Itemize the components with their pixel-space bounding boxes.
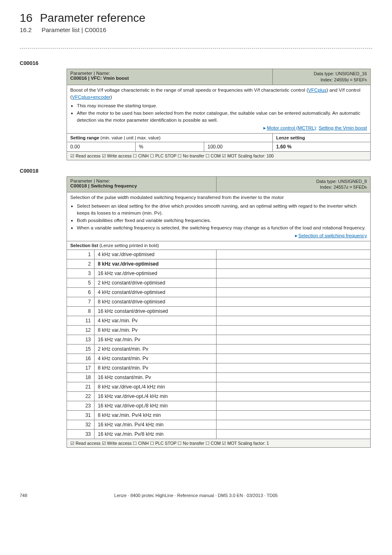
link-vfcplus-encoder[interactable]: VFCplus+encoder	[72, 94, 111, 99]
selection-index: 23	[67, 401, 95, 411]
section-header: 16.2Parameter list | C00016	[20, 26, 372, 33]
selection-label: 8 kHz constant/drive-optimised	[95, 297, 217, 307]
selection-spacer	[217, 354, 371, 363]
bullet-2: After the motor to be used has been sele…	[77, 110, 367, 124]
selection-list-rest: (Lenze setting printed in bold)	[99, 243, 159, 248]
selection-spacer	[217, 297, 371, 307]
selection-label: 16 kHz var./min. Pv	[95, 335, 217, 345]
section-number: 16.2	[20, 26, 32, 33]
selection-row: 152 kHz constant/min. Pv	[67, 345, 371, 354]
selection-label: 8 kHz var./min. Pv/4 kHz min	[95, 411, 217, 420]
footer-text: Lenze · 8400 protec HighLine · Reference…	[20, 493, 372, 498]
selection-label: 16 kHz var./drive-opt./8 kHz min	[95, 401, 217, 411]
selection-row: 318 kHz var./min. Pv/4 kHz min	[67, 411, 371, 420]
selection-label: 8 kHz var./min. Pv	[95, 326, 217, 335]
param-name-cell: Parameter | Name: C00018 | Switching fre…	[67, 176, 217, 192]
selection-row: 3316 kHz var./min. Pv/8 kHz min	[67, 430, 371, 439]
lenze-setting-header: Lenze setting	[273, 133, 371, 142]
desc-end: )	[111, 94, 112, 99]
sub-h: h	[365, 78, 367, 82]
selection-row: 2316 kHz var./drive-opt./8 kHz min	[67, 401, 371, 411]
param-name: C00018 | Switching frequency	[70, 183, 137, 188]
selection-list-header: Selection list (Lenze setting printed in…	[67, 241, 371, 250]
selection-spacer	[217, 392, 371, 401]
selection-index: 33	[67, 430, 95, 439]
selection-spacer	[217, 420, 371, 430]
selection-row: 114 kHz var./min. Pv	[67, 316, 371, 326]
selection-row: 816 kHz constant/drive-optimised	[67, 307, 371, 316]
triangle-icon: ▸	[263, 125, 266, 130]
param-name-label: Parameter | Name:	[70, 71, 110, 76]
sub-h: h	[365, 185, 367, 190]
dtype-line1: Data type: UNSIGNED_16	[314, 71, 367, 76]
selection-row: 128 kHz var./min. Pv	[67, 326, 371, 335]
selection-index: 15	[67, 345, 95, 354]
selection-index: 17	[67, 363, 95, 373]
selection-label: 8 kHz constant/min. Pv	[95, 363, 217, 373]
bullet-1: This may increase the starting torque.	[77, 102, 367, 109]
param-name-cell: Parameter | Name: C00016 | VFC: Vmin boo…	[67, 69, 273, 85]
divider	[20, 48, 372, 49]
selection-row: 3216 kHz var./min. Pv/4 kHz min	[67, 420, 371, 430]
selection-label: 16 kHz var./drive-opt./4 kHz min	[95, 392, 217, 401]
selection-spacer	[217, 269, 371, 278]
param-description: Selection of the pulse width modulated s…	[67, 192, 371, 241]
selection-label: 16 kHz var./drive-optimised	[95, 269, 217, 278]
right-link-row: ▸Motor control (MCTRL): Setting the Vmin…	[70, 125, 367, 132]
selection-spacer	[217, 411, 371, 420]
selection-label: 4 kHz constant/min. Pv	[95, 354, 217, 363]
selection-index: 32	[67, 420, 95, 430]
selection-list-bold: Selection list	[70, 243, 99, 248]
selection-index: 5	[67, 278, 95, 288]
selection-index: 1	[67, 250, 95, 259]
link-vmin-boost[interactable]: Setting the Vmin boost	[318, 125, 367, 130]
page-number: 748	[20, 493, 27, 498]
dtype-line2a: Index: 24559	[321, 77, 347, 82]
bullet-2: Both possibilities offer fixed and varia…	[77, 217, 367, 224]
selection-row: 164 kHz constant/min. Pv	[67, 354, 371, 363]
selection-spacer	[217, 382, 371, 392]
selection-row: 64 kHz constant/drive-optimised	[67, 288, 371, 297]
section-title: Parameter list | C00016	[42, 26, 106, 33]
selection-label: 16 kHz var./min. Pv/8 kHz min	[95, 430, 217, 439]
selection-label: 16 kHz var./min. Pv/4 kHz min	[95, 420, 217, 430]
selection-spacer	[217, 259, 371, 269]
page-footer: 748 Lenze · 8400 protec HighLine · Refer…	[20, 493, 372, 498]
selection-spacer	[217, 335, 371, 345]
selection-spacer	[217, 278, 371, 288]
bullet-1: Select between an ideal setting for the …	[77, 203, 367, 217]
chapter-number: 16	[20, 12, 32, 24]
selection-row: 316 kHz var./drive-optimised	[67, 269, 371, 278]
param-table-c00016: Parameter | Name: C00016 | VFC: Vmin boo…	[67, 69, 371, 160]
selection-label: 2 kHz constant/min. Pv	[95, 345, 217, 354]
selection-index: 22	[67, 392, 95, 401]
chapter-header: 16Parameter reference	[20, 12, 372, 25]
param-code-c00016: C00016	[20, 60, 372, 66]
selection-index: 7	[67, 297, 95, 307]
selection-spacer	[217, 430, 371, 439]
selection-row: 1816 kHz constant/min. Pv	[67, 373, 371, 382]
dtype-line2a: Index: 24557	[320, 185, 346, 190]
link-mctrl[interactable]: Motor control (MCTRL)	[267, 125, 316, 130]
selection-spacer	[217, 345, 371, 354]
selection-index: 31	[67, 411, 95, 420]
selection-spacer	[217, 326, 371, 335]
lenze-setting-label: Lenze setting	[276, 135, 305, 140]
max-value: 100.00	[204, 142, 273, 151]
selection-index: 11	[67, 316, 95, 326]
selection-label: 2 kHz constant/drive-optimised	[95, 278, 217, 288]
selection-spacer	[217, 363, 371, 373]
link-vfcplus[interactable]: VFCplus	[308, 87, 327, 92]
selection-label: 16 kHz constant/min. Pv	[95, 373, 217, 382]
link-switching-frequency[interactable]: Selection of switching frequency	[298, 233, 367, 238]
selection-spacer	[217, 401, 371, 411]
selection-spacer	[217, 373, 371, 382]
selection-spacer	[217, 250, 371, 259]
chapter-title: Parameter reference	[40, 12, 145, 24]
param-dtype: Data type: UNSIGNED_16 Index: 24559d = 5…	[273, 69, 371, 85]
min-value: 0.00	[67, 142, 136, 151]
desc-main: Selection of the pulse width modulated s…	[70, 194, 284, 200]
selection-index: 2	[67, 259, 95, 269]
dtype-line1: Data type: UNSIGNED_8	[316, 179, 367, 184]
selection-spacer	[217, 288, 371, 297]
